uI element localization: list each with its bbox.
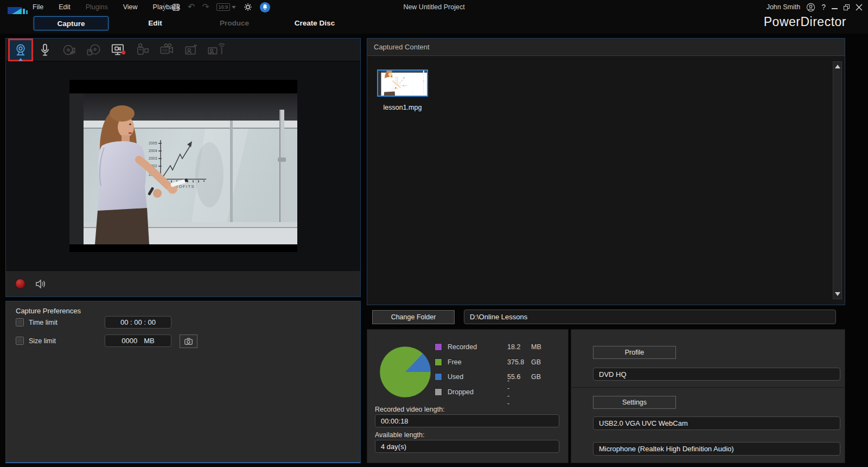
legend-swatch-dropped [435,388,442,396]
toolbar-separator [164,3,164,11]
menu-bar: File Edit Plugins View Playback [33,0,180,14]
capture-controls [6,270,360,296]
change-folder-button[interactable]: Change Folder [372,310,455,324]
mode-tab-bar: Capture Edit Produce Create Disc [0,14,868,34]
available-length-value: 4 day(s) [375,440,559,453]
disk-usage-pie-chart [378,345,432,399]
profile-value[interactable]: DVD HQ [593,368,840,381]
legend-swatch-recorded [435,343,442,351]
undo-icon: ↶ [188,3,195,11]
captured-content-list: lesson1.mpg [367,56,845,305]
menu-plugins: Plugins [86,3,108,11]
audio-device-field[interactable]: Microphone (Realtek High Definition Audi… [593,442,840,456]
available-length-label: Available length: [375,431,425,439]
camera-icon [184,337,193,345]
webcam-icon[interactable] [10,40,31,60]
captured-content-panel: Captured Content lesson1.mpg [367,38,845,305]
tv-capture-icon [181,40,202,60]
section-divider [571,387,845,388]
tab-produce: Produce [199,16,270,30]
redo-icon: ↷ [202,3,209,11]
capture-source-toolbar: HD [6,39,360,61]
menu-edit[interactable]: Edit [59,3,71,11]
screen-capture-icon[interactable] [107,40,129,60]
notification-bell-icon[interactable] [260,2,270,12]
minimize-button[interactable] [832,8,838,9]
content-scrollbar[interactable] [833,61,842,299]
restore-button[interactable] [844,4,850,10]
cd-import-icon [83,40,105,60]
audio-cd-icon [59,40,80,60]
capture-panel: HD [5,38,361,297]
menu-file[interactable]: File [33,3,43,11]
digital-tv-icon [205,40,227,60]
capture-preferences-title: Capture Preferences [16,307,81,315]
legend-recorded: Recorded 18.2 MB [435,343,442,351]
legend-used: Used 55.6 GB [435,373,442,381]
chevron-down-icon [232,6,236,9]
snapshot-button[interactable] [180,335,197,348]
powerdirector-window: 2005 2004 2003 2002 2000 PROFITS [0,0,868,467]
profile-button[interactable]: Profile [593,346,676,359]
camcorder-icon [132,40,154,60]
menu-view[interactable]: View [123,3,138,11]
window-controls: John Smith ? [767,0,863,14]
aspect-ratio-dropdown[interactable]: 16:9 [216,3,237,11]
brand-wordmark: PowerDirector [764,15,846,29]
aspect-ratio-value: 16:9 [216,3,231,11]
settings-button[interactable]: Settings [593,396,676,409]
user-name[interactable]: John Smith [767,3,801,11]
microphone-icon[interactable] [34,40,56,60]
recorded-length-value: 00:00:18 [375,414,559,427]
save-icon[interactable] [171,3,181,12]
user-avatar-icon[interactable] [806,3,815,12]
size-limit-checkbox[interactable] [16,337,24,345]
time-limit-input[interactable]: 00 : 00 : 00 [105,316,171,329]
title-bar: File Edit Plugins View Playback ↶ ↷ 16:9 [0,0,868,14]
time-limit-checkbox[interactable] [16,318,24,326]
legend-dropped: Dropped -- -- [435,388,442,396]
captured-clip-filename: lesson1.mpg [373,104,432,111]
size-limit-unit: MB [144,337,155,345]
help-button[interactable]: ? [821,3,826,11]
quick-toolbar: ↶ ↷ 16:9 [164,0,270,14]
capture-folder-path[interactable]: D:\Online Lessons [464,310,836,324]
close-button[interactable] [856,4,863,11]
capture-preview-zone [6,61,360,270]
size-limit-label: Size limit [29,337,56,345]
capture-preferences-panel: Capture Preferences Time limit 00 : 00 :… [5,301,361,463]
hd-camcorder-icon: HD [156,40,178,60]
profile-settings-panel: Profile DVD HQ Settings USB2.0 VGA UVC W… [571,329,845,463]
tab-edit[interactable]: Edit [119,16,191,30]
captured-clip-thumbnail[interactable] [377,70,428,97]
tab-capture[interactable]: Capture [34,16,108,30]
tab-create-disc[interactable]: Create Disc [278,16,352,30]
scroll-down-icon[interactable] [835,292,840,296]
legend-free: Free 375.8 GB [435,358,442,366]
captured-content-title: Captured Content [367,39,845,56]
size-limit-value: 0000 [122,337,137,345]
time-limit-label: Time limit [29,319,58,326]
legend-swatch-free [435,358,442,366]
svg-text:HD: HD [162,48,168,52]
scroll-up-icon[interactable] [835,65,840,68]
record-button[interactable] [15,279,25,289]
volume-icon[interactable] [35,279,47,289]
size-limit-input[interactable]: 0000 MB [105,335,171,347]
legend-swatch-used [435,373,442,381]
settings-gear-icon[interactable] [243,2,253,12]
recorded-length-label: Recorded video length: [375,406,445,413]
disk-info-panel: Recorded 18.2 MB Free 375.8 GB Used 55.6… [367,329,569,463]
webcam-preview-video [69,80,297,252]
video-device-field[interactable]: USB2.0 VGA UVC WebCam [593,416,840,430]
